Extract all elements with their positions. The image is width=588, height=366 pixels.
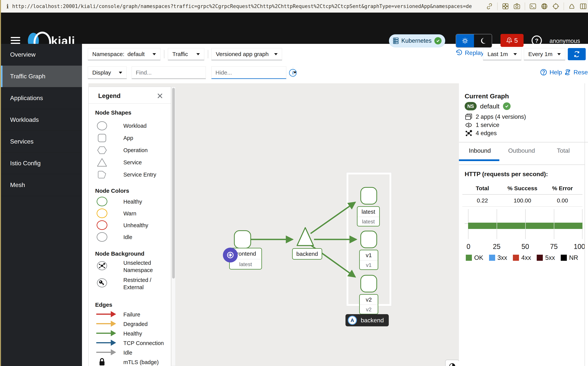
edge-backend-to-latest[interactable] [311,202,355,234]
legend-label: mTLS (badge) [123,359,159,366]
label-latest-title: latest [358,207,379,217]
traffic-source-badge [223,248,238,262]
label-latest[interactable]: latest latest [357,206,380,227]
namespace-dropdown[interactable]: Namespace: default [88,48,160,60]
cluster-badge[interactable]: Kubernetes [389,34,445,47]
legend-label: Healthy [123,199,142,205]
graph-type-dropdown[interactable]: Versioned app graph [211,48,282,60]
sidebar-item-services[interactable]: Services [1,131,82,152]
tab-underline [459,165,585,165]
camera-icon[interactable] [513,3,520,10]
operation-shape-icon [97,145,107,155]
terminal-icon[interactable] [529,3,536,10]
namespace-healthy-check-icon [503,102,511,110]
label-v1-version: v1 [360,260,378,270]
legend-label: Service [123,159,142,166]
label-v2[interactable]: v2 v2 [359,294,378,314]
duration-dropdown[interactable]: Last 1m [483,48,521,60]
divider [89,103,171,104]
display-dropdown[interactable]: Display [88,66,127,79]
traffic-tabs: Inbound Outbound Total [459,143,585,158]
bell-alert-icon [506,37,512,44]
toolbar-divider [208,50,208,58]
http-ok-bar [468,223,582,229]
service-icon [465,122,472,129]
replay-button[interactable]: Replay [455,49,484,56]
close-icon[interactable] [157,93,163,99]
4xx-swatch [513,255,519,261]
tab-total[interactable]: Total [542,143,584,158]
toolbar-separator [564,2,564,10]
help-link[interactable]: Help [540,69,562,76]
label-backend-service[interactable]: backend [292,248,322,260]
scrollbar-thumb[interactable] [172,88,175,279]
help-icon[interactable] [532,35,542,46]
node-backend-latest[interactable] [361,187,377,204]
x-tick-75: 75 [550,243,558,251]
legend-scrollbar[interactable] [171,87,176,366]
tcp-edge-icon [96,340,116,346]
reset-link[interactable]: Reset [564,69,588,76]
panels-icon[interactable] [580,3,587,10]
duration-value: Last 1m [488,51,508,57]
cluster-name: Kubernetes [401,37,432,44]
extensions-icon[interactable] [502,3,509,10]
y-axis-tick [465,223,468,224]
value-error: 0.00 [542,195,582,206]
refresh-button[interactable] [568,48,586,60]
node-backend-service[interactable] [297,228,313,245]
legend-panel: Legend Node Shapes Workload App Operatio… [88,87,171,366]
refresh-interval-value: Every 1m [528,51,553,57]
namespace-name[interactable]: default [480,103,500,110]
nav-toggle-hamburger-icon[interactable] [11,37,20,44]
col-header-total: Total [462,183,502,194]
side-panel-scrollbar[interactable] [585,83,585,366]
traffic-label: Traffic [172,51,188,57]
light-theme-button[interactable] [456,34,474,47]
tab-outbound[interactable]: Outbound [501,143,542,158]
sidebar-item-applications[interactable]: Applications [1,87,82,109]
dark-theme-button[interactable] [474,34,492,47]
label-v1[interactable]: v1 v1 [359,250,378,270]
puzzle-icon[interactable] [568,3,575,10]
legend-label: Service Entry [123,172,156,178]
hide-input[interactable] [212,67,293,78]
traffic-dropdown[interactable]: Traffic [168,48,204,60]
crosshair-icon[interactable] [552,3,559,10]
history-icon [455,49,463,56]
lock-icon [97,358,107,366]
tab-inbound[interactable]: Inbound [459,143,501,158]
http-table: Total % Success % Error 0.22 100.00 0.00 [462,183,582,207]
side-panel-title: Current Graph [465,92,509,100]
graph-contrast-button[interactable] [445,360,459,366]
legend-node-colors-heading: Node Colors [95,188,129,194]
sidebar-item-overview[interactable]: Overview [1,44,82,66]
sidebar-item-istio-config[interactable]: Istio Config [1,152,82,174]
label-backend-group[interactable]: A backend [345,314,389,326]
url-text[interactable]: http://localhost:20001/kiali/console/gra… [12,3,472,9]
sidebar-item-traffic-graph[interactable]: Traffic Graph [1,66,82,87]
sidebar-item-workloads[interactable]: Workloads [1,109,82,131]
graph-side-panel: Current Graph NS default 2 apps (4 versi… [459,83,588,366]
page-info-icon[interactable]: i [7,3,12,10]
service-shape-icon [97,157,107,167]
find-input[interactable] [132,67,213,78]
toolbar-separator [497,2,498,10]
apps-stat: 2 apps (4 versions) [476,114,526,120]
alerts-button[interactable]: 5 [500,34,524,47]
link-icon[interactable] [486,3,493,10]
refresh-interval-dropdown[interactable]: Every 1m [524,48,565,60]
legend-node-background-heading: Node Background [95,251,144,257]
question-circle-icon [540,69,547,76]
legend-label: Operation [123,147,148,153]
find-hide-info-icon[interactable] [289,69,297,77]
node-backend-v2[interactable] [361,275,377,292]
legend-edges-heading: Edges [95,302,112,308]
node-backend-v1[interactable] [361,231,377,248]
legend-3xx: 3xx [489,254,507,261]
user-name[interactable]: anonymous [550,38,580,44]
globe-icon[interactable] [541,3,548,10]
node-frontend[interactable] [234,231,251,248]
sidebar-item-mesh[interactable]: Mesh [1,174,82,196]
legend-label: Unhealthy [123,222,148,229]
